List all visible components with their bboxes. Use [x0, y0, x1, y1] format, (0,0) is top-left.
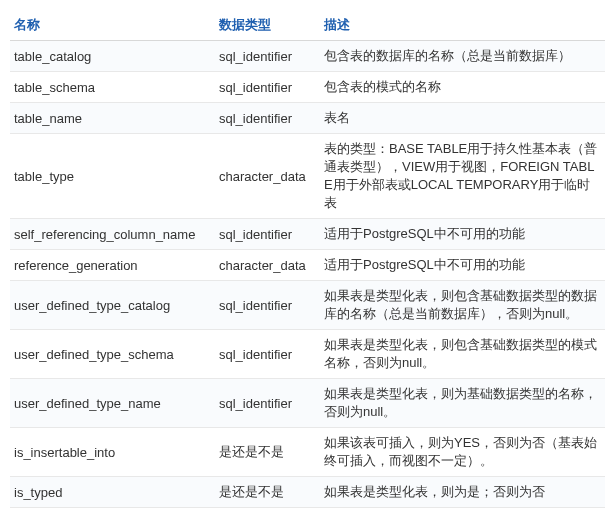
cell-dtype: sql_identifier [215, 219, 320, 250]
cell-dtype: character_data [215, 250, 320, 281]
header-name: 名称 [10, 10, 215, 41]
cell-desc: 如果该表可插入，则为YES，否则为否（基表始终可插入，而视图不一定）。 [320, 428, 605, 477]
cell-dtype: sql_identifier [215, 103, 320, 134]
cell-name: reference_generation [10, 250, 215, 281]
cell-name: table_name [10, 103, 215, 134]
cell-desc: 如果表是类型化表，则包含基础数据类型的数据库的名称（总是当前数据库），否则为nu… [320, 281, 605, 330]
table-row: reference_generationcharacter_data适用于Pos… [10, 250, 605, 281]
cell-dtype: sql_identifier [215, 72, 320, 103]
cell-name: user_defined_type_catalog [10, 281, 215, 330]
cell-name: table_type [10, 134, 215, 219]
table-row: user_defined_type_schemasql_identifier如果… [10, 330, 605, 379]
cell-desc: 如果表是类型化表，则为是；否则为否 [320, 477, 605, 508]
cell-desc: 如果表是类型化表，则包含基础数据类型的模式名称，否则为null。 [320, 330, 605, 379]
cell-dtype: sql_identifier [215, 330, 320, 379]
table-row: is_insertable_into是还是不是如果该表可插入，则为YES，否则为… [10, 428, 605, 477]
cell-dtype: sql_identifier [215, 379, 320, 428]
table-row: is_typed是还是不是如果表是类型化表，则为是；否则为否 [10, 477, 605, 508]
cell-dtype: sql_identifier [215, 281, 320, 330]
cell-dtype: character_data [215, 134, 320, 219]
table-row: user_defined_type_catalogsql_identifier如… [10, 281, 605, 330]
cell-desc: 如果表是临时表，则为PRESERVE，否则为null。（SQL标准为临时表定义了… [320, 508, 605, 515]
header-row: 名称 数据类型 描述 [10, 10, 605, 41]
columns-table: 名称 数据类型 描述 table_catalogsql_identifier包含… [10, 10, 605, 514]
cell-dtype: 是还是不是 [215, 428, 320, 477]
cell-name: table_schema [10, 72, 215, 103]
table-row: table_schemasql_identifier包含表的模式的名称 [10, 72, 605, 103]
cell-desc: 表的类型：BASE TABLE用于持久性基本表（普通表类型），VIEW用于视图，… [320, 134, 605, 219]
table-row: self_referencing_column_namesql_identifi… [10, 219, 605, 250]
cell-name: user_defined_type_schema [10, 330, 215, 379]
cell-dtype: sql_identifier [215, 41, 320, 72]
cell-dtype: 是还是不是 [215, 477, 320, 508]
cell-desc: 适用于PostgreSQL中不可用的功能 [320, 219, 605, 250]
cell-desc: 包含表的模式的名称 [320, 72, 605, 103]
cell-dtype: character_data [215, 508, 320, 515]
cell-desc: 如果表是类型化表，则为基础数据类型的名称，否则为null。 [320, 379, 605, 428]
table-row: table_catalogsql_identifier包含表的数据库的名称（总是… [10, 41, 605, 72]
cell-name: self_referencing_column_name [10, 219, 215, 250]
cell-name: commit_action [10, 508, 215, 515]
cell-name: user_defined_type_name [10, 379, 215, 428]
cell-name: is_typed [10, 477, 215, 508]
cell-desc: 包含表的数据库的名称（总是当前数据库） [320, 41, 605, 72]
table-row: table_typecharacter_data表的类型：BASE TABLE用… [10, 134, 605, 219]
cell-desc: 表名 [320, 103, 605, 134]
header-desc: 描述 [320, 10, 605, 41]
cell-desc: 适用于PostgreSQL中不可用的功能 [320, 250, 605, 281]
cell-name: table_catalog [10, 41, 215, 72]
table-row: table_namesql_identifier表名 [10, 103, 605, 134]
table-row: commit_actioncharacter_data如果表是临时表，则为PRE… [10, 508, 605, 515]
table-row: user_defined_type_namesql_identifier如果表是… [10, 379, 605, 428]
cell-name: is_insertable_into [10, 428, 215, 477]
header-dtype: 数据类型 [215, 10, 320, 41]
